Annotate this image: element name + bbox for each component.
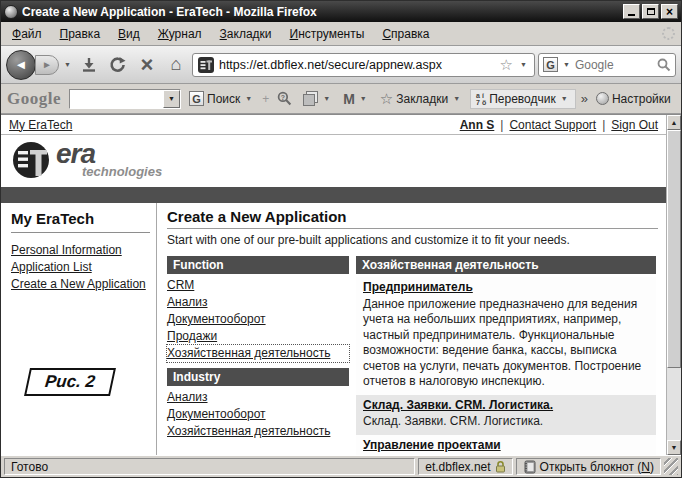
minimize-button[interactable] bbox=[623, 4, 640, 19]
toolbar-separator-icon: + bbox=[262, 92, 269, 106]
menu-history[interactable]: Журнал bbox=[149, 24, 211, 44]
industry-link-docflow[interactable]: Документооборот bbox=[167, 406, 349, 423]
translate-button[interactable]: a í 7 ö Переводчик ▼ bbox=[470, 89, 576, 109]
industry-link-analysis[interactable]: Анализ bbox=[167, 389, 349, 406]
settings-label: Настройки bbox=[612, 92, 671, 106]
function-link-docflow[interactable]: Документооборот bbox=[167, 311, 349, 328]
title-bar: Create a New Application - EraTech - Moz… bbox=[1, 1, 681, 22]
site-nav-bar bbox=[1, 187, 666, 203]
scroll-up-button[interactable]: ▲ bbox=[667, 115, 681, 130]
apps-panel-header: Хозяйственная деятельность bbox=[356, 256, 656, 274]
function-link-analysis[interactable]: Анализ bbox=[167, 294, 349, 311]
menu-tools[interactable]: Инструменты bbox=[281, 24, 374, 44]
translate-label: Переводчик bbox=[489, 92, 556, 106]
scroll-down-button[interactable]: ▼ bbox=[667, 440, 681, 455]
gmail-button[interactable]: M ▼ bbox=[340, 89, 372, 109]
app-link-project-management[interactable]: Управление проектами bbox=[363, 438, 501, 454]
browser-window: Create a New Application - EraTech - Moz… bbox=[0, 0, 682, 478]
resize-grip[interactable] bbox=[664, 458, 678, 475]
security-domain-panel[interactable]: et.dbflex.net bbox=[418, 458, 512, 475]
url-input[interactable] bbox=[219, 58, 495, 72]
user-link[interactable]: Ann S bbox=[460, 118, 495, 132]
pagerank-button[interactable]: ▼ bbox=[300, 89, 335, 108]
app-description: Данное приложение предназначено для веде… bbox=[363, 297, 649, 390]
status-message-panel: Готово bbox=[4, 458, 415, 475]
search-engine-caret[interactable]: ▼ bbox=[561, 61, 572, 68]
app-item-entrepreneur: Предприниматель Данное приложение предна… bbox=[356, 277, 656, 395]
vertical-scrollbar[interactable]: ▲ ▼ bbox=[666, 115, 681, 455]
domain-text: et.dbflex.net bbox=[425, 460, 490, 474]
app-link-entrepreneur[interactable]: Предприниматель bbox=[363, 280, 473, 296]
close-button[interactable]: × bbox=[661, 4, 678, 19]
throbber-icon bbox=[662, 27, 675, 40]
menu-file[interactable]: Файл bbox=[3, 24, 51, 44]
sidebar-heading: My EraTech bbox=[11, 210, 150, 233]
history-dropdown[interactable]: ▼ bbox=[62, 61, 73, 68]
toolbar-overflow-button[interactable]: » bbox=[581, 91, 588, 106]
menu-view[interactable]: Вид bbox=[109, 24, 149, 44]
notepad-label: Открыть блокнот (N) bbox=[540, 460, 654, 474]
forward-button[interactable]: ► bbox=[35, 55, 59, 75]
function-link-sales[interactable]: Продажи bbox=[167, 328, 349, 345]
menu-help[interactable]: Справка bbox=[373, 24, 438, 44]
location-bar[interactable]: ☆ ▼ bbox=[192, 53, 535, 77]
notepad-hotkey: N bbox=[641, 460, 650, 474]
combo-dropdown-icon[interactable]: ▼ bbox=[163, 90, 180, 108]
reload-button[interactable] bbox=[105, 52, 131, 78]
maximize-icon bbox=[647, 8, 655, 15]
firefox-icon bbox=[4, 5, 18, 19]
reload-icon bbox=[109, 56, 126, 73]
page-content: My EraTech Ann S | Contact Support | Sig… bbox=[1, 115, 666, 455]
search-engine-icon[interactable]: G bbox=[543, 57, 558, 72]
site-info-button[interactable]: ? bbox=[274, 89, 295, 108]
pagerank-caret[interactable]: ▼ bbox=[321, 95, 332, 102]
sidebar-link-create-application[interactable]: Create a New Application bbox=[11, 276, 156, 293]
figure-label-text: Рис. 2 bbox=[44, 372, 96, 392]
industry-link-business-activity[interactable]: Хозяйственная деятельность bbox=[167, 423, 349, 440]
toolbar-search-input[interactable] bbox=[70, 90, 163, 108]
bookmarks-button[interactable]: ☆ Закладки ▼ bbox=[377, 88, 465, 110]
my-eratech-link[interactable]: My EraTech bbox=[9, 118, 72, 132]
bookmarks-caret[interactable]: ▼ bbox=[451, 95, 462, 102]
sidebar-link-application-list[interactable]: Application List bbox=[11, 259, 156, 276]
search-button-label: Поиск bbox=[207, 92, 240, 106]
home-button[interactable]: ⌂ bbox=[163, 52, 189, 78]
svg-text:?: ? bbox=[281, 94, 285, 101]
notepad-label-prefix: Открыть блокнот ( bbox=[540, 460, 642, 474]
menu-edit[interactable]: Правка bbox=[51, 24, 110, 44]
bookmark-star-icon[interactable]: ☆ bbox=[500, 56, 513, 74]
maximize-button[interactable] bbox=[642, 4, 659, 19]
gmail-icon: M bbox=[343, 91, 355, 107]
scrollbar-thumb[interactable] bbox=[667, 130, 681, 368]
app-link-warehouse[interactable]: Склад. Заявки. CRM. Логистика. bbox=[363, 398, 553, 414]
search-bar[interactable]: G ▼ bbox=[538, 53, 676, 77]
function-link-crm[interactable]: CRM bbox=[167, 277, 349, 294]
toolbar-search-combo[interactable]: ▼ bbox=[69, 89, 181, 109]
url-dropdown-caret[interactable]: ▼ bbox=[518, 61, 529, 68]
sign-out-link[interactable]: Sign Out bbox=[611, 118, 658, 132]
toolbar-search-button[interactable]: G Поиск ▼ bbox=[186, 89, 257, 108]
web-search-input[interactable] bbox=[575, 58, 654, 72]
industry-header: Industry bbox=[167, 368, 349, 386]
menu-bookmarks[interactable]: Закладки bbox=[211, 24, 281, 44]
navigation-toolbar: ◄ ► ▼ × ⌂ bbox=[1, 46, 681, 84]
sidebar-link-personal-information[interactable]: Personal Information bbox=[11, 242, 156, 259]
magnifier-icon[interactable] bbox=[657, 58, 671, 72]
page-top-links: My EraTech Ann S | Contact Support | Sig… bbox=[1, 115, 666, 135]
gmail-caret[interactable]: ▼ bbox=[358, 95, 369, 102]
stop-icon: × bbox=[141, 58, 154, 72]
stop-button[interactable]: × bbox=[134, 52, 160, 78]
search-options-caret[interactable]: ▼ bbox=[243, 95, 254, 102]
notepad-panel[interactable]: Открыть блокнот (N) bbox=[516, 458, 661, 475]
back-button[interactable]: ◄ bbox=[6, 50, 36, 80]
download-button[interactable] bbox=[76, 52, 102, 78]
translate-icon-row1: a í bbox=[476, 92, 486, 99]
contact-support-link[interactable]: Contact Support bbox=[509, 118, 596, 132]
scrollbar-track[interactable] bbox=[667, 368, 681, 440]
window-controls: × bbox=[623, 4, 678, 19]
function-link-business-activity[interactable]: Хозяйственная деятельность bbox=[167, 345, 349, 362]
settings-button[interactable]: Настройки bbox=[593, 90, 674, 108]
translate-caret[interactable]: ▼ bbox=[559, 95, 570, 102]
app-item-project-management: Управление проектами Данное приложение п… bbox=[356, 435, 656, 456]
minimize-icon bbox=[628, 14, 635, 16]
